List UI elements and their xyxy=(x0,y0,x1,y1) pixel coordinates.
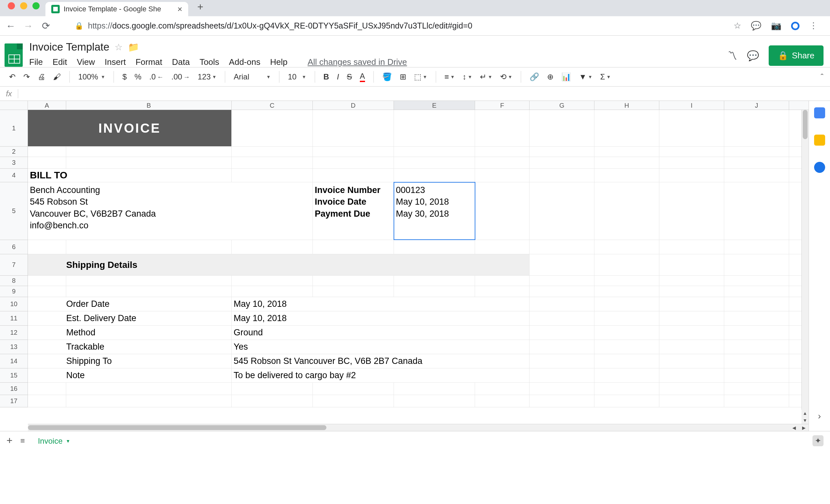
cell[interactable] xyxy=(313,240,394,254)
cell[interactable] xyxy=(475,110,530,146)
cell-invoice-banner[interactable]: INVOICE xyxy=(28,110,232,146)
cell[interactable] xyxy=(475,240,530,254)
cell[interactable] xyxy=(530,326,595,340)
select-all-corner[interactable] xyxy=(0,101,28,110)
cell[interactable] xyxy=(394,146,475,157)
cell[interactable] xyxy=(595,286,659,297)
cell[interactable] xyxy=(595,354,659,368)
col-header-E[interactable]: E xyxy=(394,101,475,110)
cell[interactable] xyxy=(394,395,475,407)
add-sheet-button[interactable]: + xyxy=(6,435,13,446)
cell[interactable] xyxy=(724,368,789,382)
row-header-13[interactable]: 13 xyxy=(0,340,28,354)
cell[interactable] xyxy=(659,276,724,286)
close-window-button[interactable] xyxy=(8,2,15,9)
cell[interactable] xyxy=(724,354,789,368)
row-header-17[interactable]: 17 xyxy=(0,395,28,407)
cell[interactable] xyxy=(232,395,313,407)
cell[interactable] xyxy=(724,276,789,286)
fill-color-button[interactable]: 🪣 xyxy=(380,70,394,83)
cell-trackable-value[interactable]: Yes xyxy=(232,340,530,354)
col-header-I[interactable]: I xyxy=(659,101,724,110)
bold-button[interactable]: B xyxy=(321,70,331,83)
cell[interactable] xyxy=(659,297,724,311)
horizontal-scrollbar[interactable] xyxy=(28,424,799,431)
star-button[interactable]: ☆ xyxy=(115,42,123,53)
comments-icon[interactable]: 💬 xyxy=(747,50,759,61)
maximize-window-button[interactable] xyxy=(32,2,40,9)
cell-bill-to-label[interactable]: BILL TO xyxy=(28,169,232,182)
cell[interactable] xyxy=(232,286,313,297)
undo-button[interactable]: ↶ xyxy=(6,70,18,83)
cell-method-label[interactable]: Method xyxy=(28,326,232,340)
cell[interactable] xyxy=(595,182,659,240)
cell[interactable] xyxy=(659,311,724,325)
cell[interactable] xyxy=(659,110,724,146)
cell[interactable] xyxy=(66,240,232,254)
col-header-A[interactable]: A xyxy=(28,101,66,110)
cell[interactable] xyxy=(530,276,595,286)
cell[interactable] xyxy=(724,110,789,146)
cell-bill-to-address[interactable]: Bench Accounting 545 Robson St Vancouver… xyxy=(28,182,313,240)
cell[interactable] xyxy=(530,395,595,407)
row-header-8[interactable]: 8 xyxy=(0,276,28,286)
side-panel-expand-button[interactable]: › xyxy=(818,411,821,421)
col-header-F[interactable]: F xyxy=(475,101,530,110)
cell-invoice-meta-labels[interactable]: Invoice Number Invoice Date Payment Due xyxy=(313,182,394,240)
doc-title[interactable]: Invoice Template xyxy=(29,41,109,53)
cell[interactable] xyxy=(595,383,659,395)
cell-method-value[interactable]: Ground xyxy=(232,326,530,340)
back-button[interactable]: ← xyxy=(6,21,15,31)
cell[interactable] xyxy=(394,383,475,395)
url-field[interactable]: 🔒 https://docs.google.com/spreadsheets/d… xyxy=(58,21,726,31)
cell[interactable] xyxy=(724,395,789,407)
cell[interactable] xyxy=(28,157,66,168)
strike-button[interactable]: S xyxy=(344,70,355,83)
row-header-16[interactable]: 16 xyxy=(0,383,28,395)
vertical-scrollbar[interactable] xyxy=(801,110,808,424)
cell[interactable] xyxy=(530,169,595,182)
cell-est-delivery-value[interactable]: May 10, 2018 xyxy=(232,311,530,325)
close-tab-button[interactable]: × xyxy=(178,4,182,14)
cell-invoice-meta-values[interactable]: 000123 May 10, 2018 May 30, 2018 xyxy=(394,182,475,240)
cell-est-delivery-label[interactable]: Est. Delivery Date xyxy=(28,311,232,325)
cell[interactable] xyxy=(530,146,595,157)
zoom-dropdown[interactable]: 100%▼ xyxy=(75,70,108,83)
cell[interactable] xyxy=(313,286,394,297)
row-header-1[interactable]: 1 xyxy=(0,110,28,146)
cell[interactable] xyxy=(724,311,789,325)
cell[interactable] xyxy=(28,286,66,297)
cell[interactable] xyxy=(595,157,659,168)
cell[interactable] xyxy=(659,182,724,240)
cell[interactable] xyxy=(530,297,595,311)
cells[interactable]: INVOICE BILL TO xyxy=(28,110,808,407)
cell[interactable] xyxy=(659,169,724,182)
cell[interactable] xyxy=(232,383,313,395)
cell[interactable] xyxy=(530,340,595,354)
cell[interactable] xyxy=(724,254,789,275)
col-header-H[interactable]: H xyxy=(595,101,659,110)
cell[interactable] xyxy=(66,157,232,168)
comment-button[interactable]: ⊕ xyxy=(544,70,556,83)
row-header-9[interactable]: 9 xyxy=(0,286,28,297)
redo-button[interactable]: ↷ xyxy=(21,70,32,83)
collapse-toolbar-button[interactable]: ˆ xyxy=(821,72,824,82)
cell[interactable] xyxy=(66,395,232,407)
currency-button[interactable]: $ xyxy=(120,70,129,83)
functions-button[interactable]: Σ▼ xyxy=(598,70,614,83)
dec-decrease-button[interactable]: .0← xyxy=(147,70,166,83)
italic-button[interactable]: I xyxy=(334,70,342,83)
rotate-button[interactable]: ⟲▼ xyxy=(498,70,515,83)
cell[interactable] xyxy=(313,276,394,286)
cell[interactable] xyxy=(394,276,475,286)
cell[interactable] xyxy=(530,157,595,168)
cell[interactable] xyxy=(530,354,595,368)
save-status[interactable]: All changes saved in Drive xyxy=(308,57,407,67)
calendar-icon[interactable] xyxy=(814,107,825,119)
cell[interactable] xyxy=(313,146,394,157)
cell[interactable] xyxy=(530,286,595,297)
minimize-window-button[interactable] xyxy=(20,2,27,9)
cell[interactable] xyxy=(394,110,475,146)
formula-input[interactable] xyxy=(18,90,830,98)
cell[interactable] xyxy=(724,146,789,157)
